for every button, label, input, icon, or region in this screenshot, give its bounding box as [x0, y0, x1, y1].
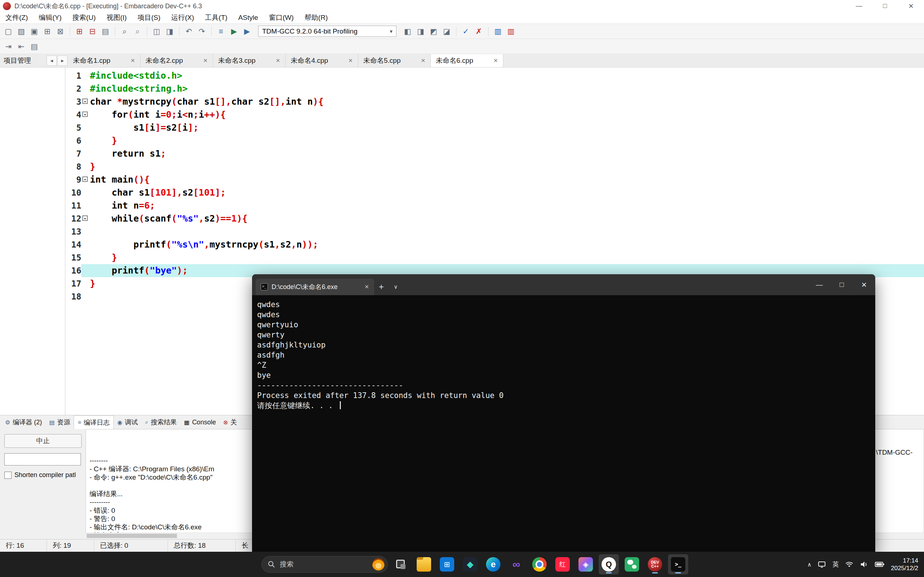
editor-tab[interactable]: 未命名2.cpp✕ [141, 54, 213, 67]
code-line[interactable]: 9-int main(){ [65, 173, 924, 186]
window-layout-2-button[interactable]: ◨ [415, 26, 427, 37]
goto-line-button[interactable]: ◫ [150, 26, 163, 37]
abort-compile-button[interactable]: ✗ [473, 26, 485, 37]
menu-item[interactable]: 视图(I) [101, 12, 132, 23]
maximize-button[interactable]: □ [872, 0, 898, 12]
terminal-tab[interactable]: >_ D:\code\C\未命名6.exe ✕ [256, 279, 374, 295]
bottom-tab[interactable]: ⊗关 [220, 415, 241, 429]
shorten-paths-checkbox[interactable]: Shorten compiler patl [4, 471, 81, 479]
menu-item[interactable]: 项目(S) [132, 12, 166, 23]
chrome-button[interactable] [529, 554, 549, 574]
save-all-button[interactable]: ⊞ [41, 26, 53, 37]
remove-from-project-button[interactable]: ⊟ [86, 26, 99, 37]
wifi-icon[interactable] [845, 560, 854, 569]
tab-close-icon[interactable]: ✕ [348, 57, 353, 64]
dark-app-button[interactable]: ◆ [460, 554, 480, 574]
compiler-profile-select[interactable]: TDM-GCC 9.2.0 64-bit Profiling▾ [258, 26, 396, 37]
add-to-project-button[interactable]: ⊞ [73, 26, 86, 37]
photos-button[interactable]: ◈ [575, 554, 596, 574]
new-tab-button[interactable]: + [374, 279, 389, 295]
terminal-minimize-button[interactable]: — [808, 274, 830, 295]
menu-item[interactable]: 搜索(U) [67, 12, 101, 23]
fold-marker-icon[interactable]: - [82, 216, 88, 221]
terminal-window[interactable]: >_ D:\code\C\未命名6.exe ✕ + ∨ — □ ✕ qwdesq… [252, 274, 875, 552]
menu-item[interactable]: 窗口(W) [263, 12, 299, 23]
tray-chevron-icon[interactable]: ∧ [808, 561, 812, 568]
menu-item[interactable]: 工具(T) [200, 12, 233, 23]
code-line[interactable]: 2#include<string.h> [65, 82, 924, 95]
checkbox-box[interactable] [4, 472, 11, 479]
battery-icon[interactable] [874, 560, 885, 569]
code-line[interactable]: 8} [65, 160, 924, 173]
language-indicator[interactable]: 英 [832, 560, 839, 569]
compile-and-run-button[interactable]: ▶ [241, 26, 253, 37]
tab-close-icon[interactable]: ✕ [421, 57, 425, 64]
code-line[interactable]: 4- for(int i=0;i<n;i++){ [65, 108, 924, 121]
wechat-button[interactable] [622, 554, 642, 574]
syntax-check-button[interactable]: ✓ [460, 26, 472, 37]
bottom-tab[interactable]: ◉调试 [114, 415, 142, 429]
redo-button[interactable]: ↷ [196, 26, 208, 37]
code-line[interactable]: 15 } [65, 251, 924, 264]
close-button[interactable]: ✕ [898, 0, 924, 12]
window-layout-3-button[interactable]: ◩ [428, 26, 440, 37]
code-line[interactable]: 5 s1[i]=s2[i]; [65, 121, 924, 134]
class-browser-button[interactable]: ▤ [28, 41, 40, 52]
task-view-button[interactable] [391, 554, 411, 574]
scrollbar-thumb[interactable] [87, 534, 177, 538]
menu-item[interactable]: AStyle [233, 12, 263, 23]
volume-icon[interactable] [860, 560, 868, 569]
compile-button[interactable]: ≡ [215, 26, 227, 37]
code-line[interactable]: 14 printf("%s\n",mystrncpy(s1,s2,n)); [65, 238, 924, 251]
visual-studio-button[interactable]: ∞ [506, 554, 527, 574]
new-file-button[interactable]: ▢ [2, 26, 15, 37]
taskbar-clock[interactable]: 17:14 2025/12/2 [891, 557, 918, 572]
edge-button[interactable]: e [483, 554, 503, 574]
bottom-tab[interactable]: ≡编译日志 [74, 415, 113, 429]
tab-scroll-left-icon[interactable]: ◂ [47, 56, 57, 66]
tab-close-icon[interactable]: ✕ [203, 57, 208, 64]
tab-scroll-right-icon[interactable]: ▸ [57, 56, 68, 66]
abort-button[interactable]: 中止 [4, 434, 82, 448]
terminal-maximize-button[interactable]: □ [830, 274, 853, 295]
bottom-tab[interactable]: ▦Console [181, 415, 220, 429]
profile-analysis-button[interactable]: ▥ [492, 26, 504, 37]
start-button[interactable] [238, 554, 258, 574]
run-button[interactable]: ▶ [228, 26, 240, 37]
bottom-tab[interactable]: ▤资源 [45, 415, 74, 429]
open-file-button[interactable]: ▧ [15, 26, 27, 37]
window-layout-1-button[interactable]: ◧ [402, 26, 414, 37]
bottom-tab[interactable]: ⌕搜索结果 [142, 415, 181, 429]
code-line[interactable]: 10 char s1[101],s2[101]; [65, 186, 924, 199]
tab-close-icon[interactable]: ✕ [130, 57, 135, 64]
window-layout-4-button[interactable]: ◪ [441, 26, 453, 37]
minimize-button[interactable]: — [846, 0, 872, 12]
indent-button[interactable]: ⇥ [2, 41, 15, 52]
fold-marker-icon[interactable]: - [82, 98, 88, 104]
unindent-button[interactable]: ⇤ [15, 41, 27, 52]
menu-item[interactable]: 运行(X) [166, 12, 199, 23]
terminal-close-button[interactable]: ✕ [853, 274, 875, 295]
menu-item[interactable]: 文件(Z) [0, 12, 33, 23]
close-file-button[interactable]: ⊠ [54, 26, 66, 37]
cast-display-icon[interactable] [817, 560, 826, 569]
tab-close-icon[interactable]: ✕ [276, 57, 280, 64]
tab-close-icon[interactable]: ✕ [493, 57, 498, 64]
editor-tab[interactable]: 未命名4.cpp✕ [286, 54, 358, 67]
search-highlight-image[interactable] [372, 558, 384, 571]
qq-button[interactable]: Q [599, 554, 619, 574]
tab-dropdown-icon[interactable]: ∨ [389, 279, 403, 295]
menu-item[interactable]: 编辑(Y) [33, 12, 67, 23]
code-line[interactable]: 7 return s1; [65, 147, 924, 160]
terminal-button[interactable]: >_ [668, 554, 688, 574]
code-line[interactable]: 11 int n=6; [65, 199, 924, 212]
taskbar-search[interactable]: 搜索 [262, 556, 388, 573]
bottom-tab[interactable]: ⚙编译器 (2) [2, 415, 45, 429]
code-line[interactable]: 6 } [65, 134, 924, 147]
fold-marker-icon[interactable]: - [82, 176, 88, 182]
save-button[interactable]: ▣ [28, 26, 40, 37]
terminal-output[interactable]: qwdesqwdesqwertyuioqwertyasdfghjkltyuiop… [252, 295, 875, 552]
microsoft-store-button[interactable]: ⊞ [437, 554, 457, 574]
editor-tab[interactable]: 未命名1.cpp✕ [68, 54, 141, 67]
xiaohongshu-button[interactable]: 红 [552, 554, 573, 574]
